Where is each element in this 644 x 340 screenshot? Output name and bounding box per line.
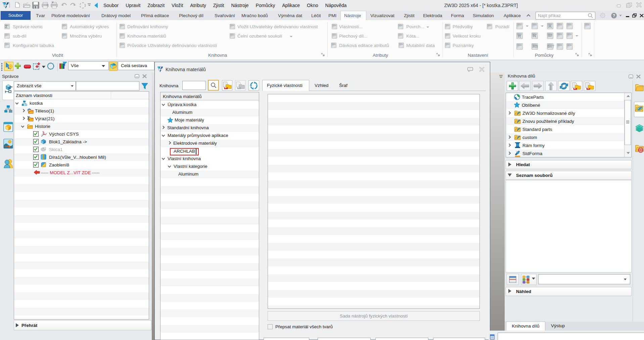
svg-text:Y: Y	[42, 131, 44, 133]
svg-text:?: ?	[613, 13, 615, 18]
svg-text:x: x	[46, 133, 47, 135]
svg-text:z: z	[41, 135, 42, 137]
svg-text:Σ: Σ	[27, 115, 30, 120]
